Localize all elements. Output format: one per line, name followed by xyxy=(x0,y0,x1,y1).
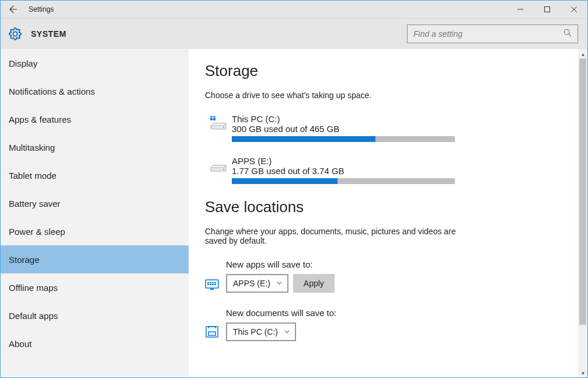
maximize-button[interactable] xyxy=(534,1,561,18)
sidebar-item-label: Display xyxy=(9,58,37,68)
storage-subtext: Choose a drive to see what's taking up s… xyxy=(205,91,562,100)
sidebar: DisplayNotifications & actionsApps & fea… xyxy=(1,49,189,377)
sidebar-item-display[interactable]: Display xyxy=(1,49,189,77)
svg-rect-10 xyxy=(207,282,209,283)
sidebar-item-offline-maps[interactable]: Offline maps xyxy=(1,273,189,301)
sidebar-item-multitasking[interactable]: Multitasking xyxy=(1,133,189,161)
dropdown-value: This PC (C:) xyxy=(233,327,278,337)
sidebar-item-storage[interactable]: Storage xyxy=(1,245,189,273)
svg-rect-5 xyxy=(213,118,215,120)
search-input[interactable] xyxy=(413,29,563,39)
scroll-track[interactable] xyxy=(578,58,587,368)
dropdown-value: APPS (E:) xyxy=(233,279,270,288)
sidebar-item-label: About xyxy=(9,339,32,349)
sidebar-item-notifications-actions[interactable]: Notifications & actions xyxy=(1,77,189,105)
svg-rect-4 xyxy=(210,118,213,120)
title-bar: Settings xyxy=(1,1,587,19)
save-location-row: APPS (E:)Apply xyxy=(205,274,562,293)
apps-icon xyxy=(205,276,226,290)
vertical-scrollbar[interactable]: ▴ ▾ xyxy=(578,49,587,377)
sidebar-item-label: Tablet mode xyxy=(9,171,57,181)
svg-rect-13 xyxy=(214,282,216,283)
sidebar-item-label: Multitasking xyxy=(9,143,55,152)
sidebar-item-label: Offline maps xyxy=(9,283,58,293)
sidebar-item-tablet-mode[interactable]: Tablet mode xyxy=(1,161,189,189)
save-locations-heading: Save locations xyxy=(205,198,562,216)
sidebar-item-battery-saver[interactable]: Battery saver xyxy=(1,189,189,217)
save-location-dropdown[interactable]: This PC (C:) xyxy=(226,322,296,341)
drive-usage-bar xyxy=(232,178,455,184)
storage-heading: Storage xyxy=(205,62,562,80)
save-location-label: New documents will save to: xyxy=(226,308,562,318)
svg-rect-12 xyxy=(212,282,214,283)
svg-rect-19 xyxy=(208,332,215,335)
apply-button[interactable]: Apply xyxy=(293,274,335,293)
minimize-button[interactable] xyxy=(507,1,534,18)
minimize-icon xyxy=(517,6,523,12)
drive-icon xyxy=(205,156,232,184)
sidebar-item-label: Default apps xyxy=(9,311,58,321)
back-button[interactable] xyxy=(1,1,26,18)
sidebar-item-label: Notifications & actions xyxy=(9,86,95,96)
sidebar-item-apps-features[interactable]: Apps & features xyxy=(1,105,189,133)
sidebar-item-power-sleep[interactable]: Power & sleep xyxy=(1,217,189,245)
svg-point-6 xyxy=(223,127,224,128)
svg-point-1 xyxy=(564,29,569,34)
drive-usage: 300 GB used out of 465 GB xyxy=(232,124,460,134)
drive-name: This PC (C:) xyxy=(232,114,460,124)
drive-usage-bar xyxy=(232,136,455,142)
save-locations-subtext: Change where your apps, documents, music… xyxy=(205,227,462,245)
search-box[interactable] xyxy=(407,25,578,43)
scroll-down-button[interactable]: ▾ xyxy=(578,368,587,377)
svg-rect-11 xyxy=(210,282,211,283)
gear-icon xyxy=(9,27,22,40)
search-icon xyxy=(563,29,572,39)
sidebar-item-default-apps[interactable]: Default apps xyxy=(1,301,189,330)
svg-rect-0 xyxy=(545,7,550,12)
sidebar-item-about[interactable]: About xyxy=(1,330,189,358)
svg-rect-3 xyxy=(213,116,215,117)
header: SYSTEM xyxy=(1,19,587,49)
drive-usage: 1.77 GB used out of 3.74 GB xyxy=(232,166,460,176)
breadcrumb: SYSTEM xyxy=(31,29,67,39)
drive-item[interactable]: This PC (C:)300 GB used out of 465 GB xyxy=(205,114,562,142)
sidebar-item-label: Storage xyxy=(9,255,40,265)
svg-rect-17 xyxy=(214,284,216,285)
svg-rect-2 xyxy=(210,116,213,117)
chevron-down-icon xyxy=(276,279,283,288)
sidebar-item-label: Power & sleep xyxy=(9,227,65,237)
save-location-dropdown[interactable]: APPS (E:) xyxy=(226,274,288,293)
svg-rect-16 xyxy=(212,284,214,285)
content-area: Storage Choose a drive to see what's tak… xyxy=(189,49,578,377)
drive-item[interactable]: APPS (E:)1.77 GB used out of 3.74 GB xyxy=(205,156,562,184)
sidebar-item-label: Apps & features xyxy=(9,115,71,124)
save-location-label: New apps will save to: xyxy=(226,259,562,269)
drive-icon xyxy=(205,114,232,142)
save-location-row: This PC (C:) xyxy=(205,322,562,341)
svg-rect-15 xyxy=(210,284,211,285)
drive-name: APPS (E:) xyxy=(232,156,460,166)
scroll-up-button[interactable]: ▴ xyxy=(578,49,587,58)
chevron-down-icon xyxy=(284,327,290,337)
documents-icon xyxy=(205,325,226,339)
sidebar-item-label: Battery saver xyxy=(9,199,60,209)
maximize-icon xyxy=(544,6,550,12)
svg-rect-14 xyxy=(207,284,209,285)
svg-point-7 xyxy=(223,169,224,170)
window-title: Settings xyxy=(29,5,54,13)
svg-rect-9 xyxy=(210,289,214,290)
close-button[interactable] xyxy=(561,1,587,18)
back-arrow-icon xyxy=(9,5,18,14)
close-icon xyxy=(571,6,577,12)
scroll-thumb[interactable] xyxy=(579,58,586,325)
